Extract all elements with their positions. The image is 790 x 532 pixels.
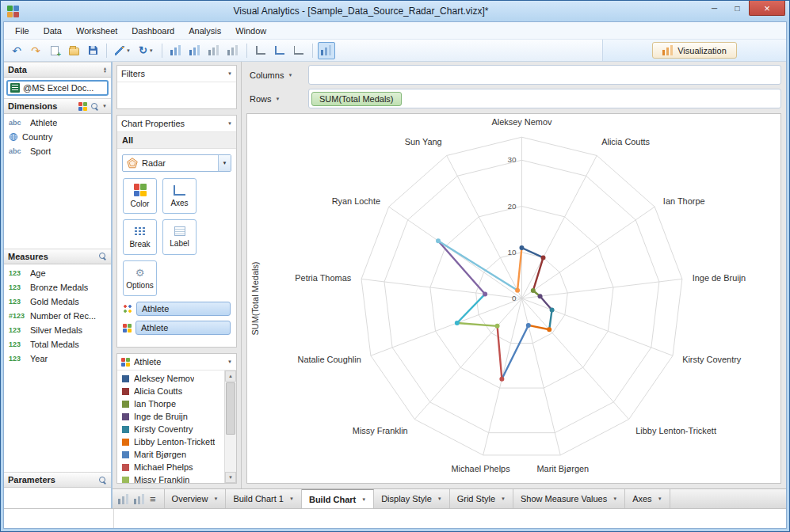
rows-shelf[interactable]: SUM(Total Medals): [308, 89, 781, 108]
minimize-button[interactable]: ─: [703, 1, 726, 16]
undo-button[interactable]: ↶: [8, 42, 25, 59]
new-worksheet-icon[interactable]: [118, 494, 128, 504]
columns-shelf[interactable]: [308, 65, 781, 85]
maximize-button[interactable]: □: [726, 1, 749, 16]
gear-icon: ⚙: [135, 268, 145, 278]
legend-label: Libby Lenton-Trickett: [134, 437, 215, 446]
rows-pill[interactable]: SUM(Total Medals): [311, 92, 402, 106]
scroll-down-button[interactable]: ▼: [225, 472, 236, 483]
legend-item[interactable]: Inge de Bruijn: [117, 410, 224, 423]
dimensions-section-header[interactable]: Dimensions ▼: [4, 98, 111, 114]
add-chart-4-button[interactable]: [224, 42, 242, 59]
filters-dropzone[interactable]: [117, 82, 236, 108]
chevron-down-icon[interactable]: ▼: [227, 359, 232, 364]
legend-item[interactable]: Alicia Coutts: [117, 385, 224, 397]
close-button[interactable]: ×: [749, 1, 785, 16]
chevron-down-icon[interactable]: ▼: [102, 104, 107, 108]
menu-data[interactable]: Data: [36, 24, 69, 38]
search-icon[interactable]: [98, 476, 107, 484]
options-button[interactable]: ⚙Options: [123, 260, 157, 296]
chart-type-select[interactable]: Radar ▼: [122, 154, 231, 172]
legend-item[interactable]: Libby Lenton-Trickett: [117, 435, 224, 448]
legend-item[interactable]: Missy Franklin: [117, 473, 224, 483]
tab-build-chart[interactable]: Build Chart▼: [302, 489, 374, 508]
tab-overview[interactable]: Overview▼: [164, 489, 227, 508]
break-button[interactable]: Break: [123, 219, 157, 255]
level-ascending-button[interactable]: [271, 42, 288, 59]
chevron-down-icon[interactable]: ▼: [218, 155, 231, 171]
tab-grid-style[interactable]: Grid Style▼: [450, 489, 513, 508]
dimension-item[interactable]: Country: [4, 130, 111, 144]
export-image-button[interactable]: [65, 42, 82, 59]
field-pill-athlete[interactable]: Athlete: [136, 302, 231, 316]
filters-header[interactable]: Filters ▼: [117, 66, 236, 82]
measure-item[interactable]: #123Number of Rec...: [4, 309, 111, 323]
level-descending-button[interactable]: [290, 42, 307, 59]
new-dashboard-icon[interactable]: [134, 494, 144, 504]
legend-item[interactable]: Aleksey Nemov: [117, 372, 224, 385]
add-chart-3-button[interactable]: [205, 42, 223, 59]
fields-grid-icon[interactable]: [78, 102, 87, 111]
chevron-down-icon[interactable]: ▼: [288, 73, 292, 78]
field-pill-athlete[interactable]: Athlete: [135, 321, 231, 335]
new-sheet-button[interactable]: [46, 42, 63, 59]
sheet-list-icon[interactable]: ≡: [150, 493, 156, 505]
legend-item[interactable]: Ian Thorpe: [117, 397, 224, 410]
chevron-down-icon[interactable]: ▼: [227, 71, 232, 76]
tab-axes[interactable]: Axes▼: [625, 489, 670, 508]
axes-button[interactable]: Axes: [162, 178, 197, 214]
dimension-item[interactable]: abcAthlete: [4, 116, 111, 130]
add-chart-1-button[interactable]: [167, 42, 185, 59]
chevron-down-icon[interactable]: ▼: [276, 97, 281, 101]
label-button[interactable]: Label: [162, 219, 197, 255]
scrollbar-thumb[interactable]: [226, 382, 235, 435]
show-chart-button[interactable]: [318, 42, 335, 59]
legend-item[interactable]: Michael Phelps: [117, 461, 224, 473]
legend-item[interactable]: Marit Bjørgen: [117, 448, 224, 461]
legend-item[interactable]: Kirsty Coventry: [117, 423, 224, 435]
columns-shelf-label[interactable]: Columns ▼: [246, 70, 307, 80]
refresh-button[interactable]: ↻▼: [135, 42, 157, 59]
chart-canvas[interactable]: 0102030Aleksey NemovAlicia CouttsIan Tho…: [246, 113, 781, 484]
legend-scrollbar[interactable]: ▲ ▼: [224, 370, 236, 483]
measure-item[interactable]: 123Bronze Medals: [4, 280, 111, 294]
search-icon[interactable]: [98, 252, 107, 260]
measure-item[interactable]: 123Year: [4, 352, 111, 366]
chevron-down-icon[interactable]: ▼: [227, 121, 232, 126]
redo-button[interactable]: ↷: [27, 42, 44, 59]
save-button[interactable]: [84, 42, 101, 59]
measures-section-header[interactable]: Measures: [4, 249, 111, 264]
legend-swatch: [122, 388, 129, 395]
menu-file[interactable]: File: [8, 24, 36, 38]
menu-dashboard[interactable]: Dashboard: [124, 24, 181, 38]
chart-properties-header[interactable]: Chart Properties ▼: [117, 116, 236, 132]
scroll-up-button[interactable]: ▲: [225, 370, 236, 382]
legend-header[interactable]: Athlete ▼: [117, 354, 236, 370]
rows-shelf-label[interactable]: Rows ▼: [246, 94, 307, 104]
menu-window[interactable]: Window: [228, 24, 273, 38]
menu-analysis[interactable]: Analysis: [181, 24, 228, 38]
measure-item[interactable]: 123Age: [4, 266, 111, 280]
measure-item[interactable]: 123Silver Medals: [4, 323, 111, 337]
scrollbar-track[interactable]: [225, 382, 236, 472]
tab-build-chart-1[interactable]: Build Chart 1▼: [226, 489, 302, 508]
swap-axes-button[interactable]: [252, 42, 269, 59]
measure-item[interactable]: 123Total Medals: [4, 337, 111, 352]
tab-show-measure-values[interactable]: Show Measure Values▼: [513, 489, 625, 508]
expand-collapse-icon[interactable]: ▲▼: [103, 66, 107, 73]
parameters-section-header[interactable]: Parameters: [4, 472, 111, 488]
color-button[interactable]: Color: [123, 178, 157, 214]
menu-worksheet[interactable]: Worksheet: [69, 24, 124, 38]
open-folder-icon: [69, 48, 79, 55]
parameters-list[interactable]: [4, 488, 111, 508]
tab-display-style[interactable]: Display Style▼: [374, 489, 450, 508]
format-painter-button[interactable]: ▼: [112, 42, 134, 59]
data-section-header[interactable]: Data ▲▼: [4, 62, 111, 78]
titlebar[interactable]: Visual Analytics - [Sample_Data_Source_R…: [1, 1, 789, 21]
search-icon[interactable]: [90, 102, 99, 111]
visualization-button[interactable]: Visualization: [652, 42, 737, 59]
dimension-item[interactable]: abcSport: [4, 144, 111, 158]
add-chart-2-button[interactable]: [186, 42, 204, 59]
data-source-item[interactable]: @MS Excel Doc...: [6, 80, 109, 96]
measure-item[interactable]: 123Gold Medals: [4, 294, 111, 309]
